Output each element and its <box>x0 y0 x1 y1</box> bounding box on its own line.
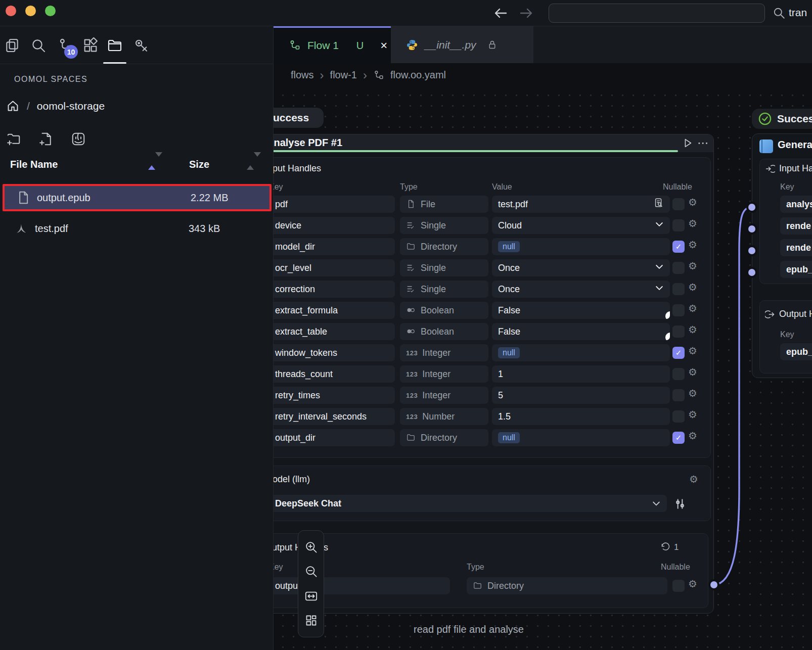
value-field[interactable]: null <box>492 344 670 361</box>
nullable-checkbox[interactable] <box>672 580 685 592</box>
nullable-checkbox[interactable]: ✓ <box>672 241 685 253</box>
key-input[interactable]: device <box>274 217 395 234</box>
row-settings-gear-icon[interactable]: ⚙ <box>688 324 697 335</box>
activity-item-extensions[interactable] <box>80 35 101 56</box>
command-center-searchbox[interactable] <box>549 4 765 23</box>
input-port[interactable] <box>746 223 757 235</box>
nullable-checkbox[interactable]: ✓ <box>672 432 685 444</box>
nullable-checkbox[interactable]: ✓ <box>672 347 685 359</box>
layout-button[interactable] <box>303 613 319 628</box>
column-header-file-name[interactable]: File Name <box>10 159 58 170</box>
key-input[interactable]: epub_ <box>780 343 812 360</box>
key-input[interactable]: extract_table <box>274 323 395 340</box>
row-settings-gear-icon[interactable]: ⚙ <box>688 218 697 229</box>
input-port[interactable] <box>746 245 757 256</box>
sort-file-name-control[interactable] <box>148 157 156 172</box>
nullable-checkbox[interactable] <box>672 326 685 338</box>
type-cell[interactable]: Directory <box>400 429 488 446</box>
value-field[interactable]: 1.5 <box>492 408 670 425</box>
chevron-down[interactable] <box>654 219 664 232</box>
value-field[interactable]: False <box>492 323 670 340</box>
type-cell[interactable]: Directory <box>400 238 488 255</box>
row-settings-gear-icon[interactable]: ⚙ <box>688 239 697 250</box>
value-field[interactable]: Once <box>492 281 670 298</box>
row-settings-gear-icon[interactable]: ⚙ <box>688 409 697 420</box>
key-input[interactable]: ocr_level <box>274 259 395 276</box>
value-field[interactable]: null <box>492 238 670 255</box>
breadcrumb-item[interactable]: flow.oo.yaml <box>390 69 446 81</box>
handle-history-button[interactable]: 1 <box>660 542 679 552</box>
key-input[interactable]: rende <box>780 217 812 235</box>
sort-size-control[interactable] <box>247 157 255 172</box>
tab-__init__-py[interactable]: __init__.py <box>391 26 533 63</box>
main-node-header[interactable]: Analyse PDF #1 ⋯ <box>274 134 713 152</box>
nullable-checkbox[interactable] <box>672 368 685 380</box>
key-input[interactable]: model_dir <box>274 238 395 255</box>
key-input[interactable]: analys <box>780 196 812 213</box>
zoom-out-button[interactable] <box>303 564 319 579</box>
activity-item-search[interactable] <box>28 35 49 56</box>
main-flow-node[interactable]: Analyse PDF #1 ⋯ Input Handles Key Type … <box>274 134 714 614</box>
model-dropdown[interactable]: DeepSeek Chat <box>274 495 667 512</box>
nullable-checkbox[interactable] <box>672 283 685 295</box>
type-cell[interactable]: Single <box>400 281 488 298</box>
row-settings-gear-icon[interactable]: ⚙ <box>688 197 697 208</box>
type-cell[interactable]: 123Integer <box>400 344 488 361</box>
model-settings-gear-icon[interactable]: ⚙ <box>689 474 698 484</box>
file-row-test.pdf[interactable]: test.pdf343 kB <box>3 215 272 242</box>
value-field[interactable]: False <box>492 302 670 319</box>
type-cell[interactable]: Single <box>400 259 488 276</box>
key-input[interactable]: window_tokens <box>274 344 395 361</box>
node-more-menu-button[interactable]: ⋯ <box>697 136 709 150</box>
breadcrumb-item[interactable]: flow-1 <box>330 69 357 81</box>
tab-close-button[interactable]: × <box>380 38 387 53</box>
search-icon[interactable] <box>773 7 786 20</box>
back-button[interactable] <box>492 5 509 21</box>
key-input[interactable]: retry_interval_seconds <box>274 408 395 425</box>
type-cell[interactable]: File <box>400 196 488 213</box>
row-settings-gear-icon[interactable]: ⚙ <box>688 282 697 293</box>
value-field[interactable]: 1 <box>492 365 670 383</box>
value-field[interactable]: null <box>492 429 670 446</box>
run-node-button[interactable] <box>682 137 693 149</box>
fit-width-button[interactable] <box>303 588 319 603</box>
file-row-output.epub[interactable]: output.epub2.22 MB <box>3 184 272 211</box>
file-picker-button[interactable] <box>653 198 664 211</box>
forward-button[interactable] <box>518 5 535 21</box>
row-settings-gear-icon[interactable]: ⚙ <box>688 345 697 356</box>
nullable-checkbox[interactable] <box>672 304 685 316</box>
type-cell[interactable]: 123Integer <box>400 365 488 383</box>
key-input[interactable]: pdf <box>274 196 395 213</box>
new-folder-button[interactable] <box>6 131 21 147</box>
key-input[interactable]: correction <box>274 281 395 298</box>
breadcrumb-item[interactable]: flows <box>291 69 314 81</box>
activity-item-folder[interactable] <box>105 35 125 56</box>
activity-item-key[interactable] <box>131 35 152 56</box>
model-tune-sliders-icon[interactable] <box>673 497 687 510</box>
key-input[interactable]: extract_formula <box>274 302 395 319</box>
nullable-checkbox[interactable] <box>672 219 685 231</box>
row-settings-gear-icon[interactable]: ⚙ <box>688 430 697 441</box>
output-port[interactable] <box>708 579 719 590</box>
chevron-down[interactable] <box>654 283 664 296</box>
type-cell[interactable]: Boolean <box>400 323 488 340</box>
value-field[interactable]: Once <box>492 259 670 276</box>
type-cell[interactable]: Directory <box>467 577 667 594</box>
value-field[interactable]: Cloud <box>492 217 670 234</box>
nullable-checkbox[interactable] <box>672 410 685 423</box>
row-settings-gear-icon[interactable]: ⚙ <box>688 260 697 271</box>
finder-button[interactable] <box>71 131 86 147</box>
key-input[interactable]: retry_times <box>274 387 395 404</box>
value-field[interactable]: 5 <box>492 387 670 404</box>
input-port[interactable] <box>746 267 757 278</box>
tab-flow-1[interactable]: Flow 1U× <box>274 26 391 63</box>
close-window-button[interactable] <box>6 6 16 16</box>
column-header-size[interactable]: Size <box>189 159 209 170</box>
row-settings-gear-icon[interactable]: ⚙ <box>688 366 697 378</box>
storage-path[interactable]: oomol-storage <box>37 100 105 112</box>
type-cell[interactable]: 123Number <box>400 408 488 425</box>
row-settings-gear-icon[interactable]: ⚙ <box>688 303 697 314</box>
new-file-button[interactable] <box>38 131 54 147</box>
key-input[interactable]: epub_ <box>780 261 812 278</box>
type-cell[interactable]: Boolean <box>400 302 488 319</box>
